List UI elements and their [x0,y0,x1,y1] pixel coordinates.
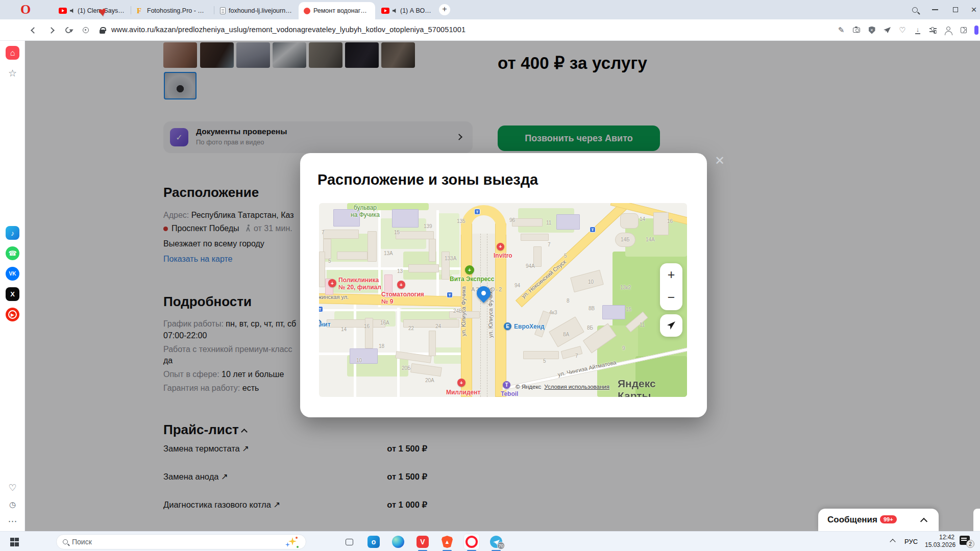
chevron-up-icon[interactable] [920,518,927,525]
sidebar-history-button[interactable]: ◷ [6,497,19,511]
street-label: ул. Юлиуса Фучика [460,286,467,336]
modal-close-button[interactable]: ✕ [713,154,726,167]
map-zoom-controls: + − [660,263,682,310]
poi-label: Invitro [494,252,512,259]
building-number: 4к3 [549,310,557,315]
sidebar-likes-button[interactable]: ♡ [6,481,19,494]
window-restore-button[interactable] [945,0,966,19]
window-search-button[interactable] [904,0,925,19]
taskbar-telegram[interactable]: 70 [488,534,504,550]
snapshot-button[interactable] [849,19,864,41]
yandex-map[interactable]: 71513913А133А13551396117594А94141614Б14А… [319,203,687,397]
taskbar-brave[interactable]: ▲ [439,534,455,550]
window-minimize-button[interactable] [925,0,945,19]
share-edit-button[interactable]: ✎ [834,19,849,41]
building-number: 18 [379,343,384,349]
taskbar: Поиск o V ▲ 70 РУС 12:42 15.03.2026 2 [0,531,980,551]
start-button[interactable] [6,534,22,550]
taskbar-opera[interactable] [463,534,480,550]
building-number: 8 [567,298,570,304]
telegram-badge: 70 [497,542,505,549]
zoom-in-button[interactable]: + [660,263,682,287]
taskbar-outlook[interactable]: o [365,534,382,550]
task-view-button[interactable] [341,534,357,550]
yandex-maps-logo[interactable]: Яндекс Карты [618,378,687,397]
vk-music-icon[interactable]: ♪ [6,226,19,240]
downloads-button[interactable]: ↓ [910,19,925,41]
messages-badge: 99+ [880,515,897,523]
poi-icon: + [328,279,336,287]
back-button[interactable] [27,19,41,41]
address-toolbar: www.avito.ru/kazan/predlozheniya_uslug/r… [0,19,980,41]
settings-tweaks-button[interactable] [925,19,941,41]
terms-link[interactable]: Условия использования [544,384,609,390]
vk-icon[interactable]: VK [6,267,19,281]
messages-widget[interactable]: Сообщения 99+ [818,509,939,531]
forward-button[interactable] [44,19,58,41]
geolocate-arrow-icon [667,321,675,330]
tab-audio-icon[interactable] [70,9,75,13]
building-number: 11 [546,220,551,226]
corner-widget[interactable] [973,509,980,531]
building-number: 14Б [621,237,630,242]
tab-title: Fotohosting.Pro - Фотохо [147,7,208,14]
building-number: 10 [356,358,362,363]
youtube-music-icon[interactable]: ▶ [6,308,19,321]
zoom-out-button[interactable]: − [660,286,682,309]
new-tab-button[interactable]: + [439,4,450,15]
geolocate-button[interactable] [660,314,682,337]
tab-fotohosting[interactable]: F Fotohosting.Pro - Фотохо [132,2,213,19]
avito-favicon-icon [304,8,310,14]
taskbar-search[interactable]: Поиск [56,534,306,549]
profile-button[interactable] [941,19,956,41]
tab-clem-says-nothing[interactable]: (1) Clem Says Nothing [54,2,130,19]
send-to-flow-button[interactable] [879,19,895,41]
site-security-button[interactable] [95,19,109,41]
poi-icon: + [397,281,405,289]
tab-title: foxhound-lj.livejournal.co [229,7,292,14]
sidebar-bookmarks-button[interactable]: ☆ [6,66,19,80]
taskbar-edge[interactable] [390,534,406,550]
tab-bar: O (1) Clem Says Nothing F Fotohosting.Pr… [0,0,980,19]
building-number: 15 [394,230,400,235]
attribution-text: © Яндекс [516,384,541,390]
tab-livejournal[interactable]: foxhound-lj.livejournal.co [215,2,298,19]
building-number: 8А [563,332,569,337]
whatsapp-icon[interactable]: ☎ [6,246,19,260]
tab-audio-icon[interactable] [393,9,397,13]
tab-youtube-plusov[interactable]: (1) А ВОТ И ПЛЮСОВ [376,2,436,19]
poi-icon: + [465,265,474,274]
sidebar-toggle-button[interactable] [969,19,980,41]
taskbar-vivaldi[interactable]: V [414,534,431,550]
building-number: 14А [646,237,655,242]
tab-title: Ремонт водонагревателе [313,7,370,14]
building-number: 16 [667,218,673,224]
sidebar-more-button[interactable]: ⋯ [6,514,19,528]
reload-button[interactable] [61,19,76,41]
x-twitter-icon[interactable]: X [6,287,19,301]
taskbar-chevron-up-icon[interactable] [890,539,895,544]
sidebar-start-page-button[interactable]: ⌂ [6,46,19,60]
forward-icon [48,27,55,34]
opera-icon [465,536,478,548]
url-field[interactable]: www.avito.ru/kazan/predlozheniya_uslug/r… [111,26,465,34]
opera-logo-icon[interactable]: O [19,4,32,17]
page-content: ✓ Документы проверены По фото прав и вид… [25,41,980,531]
cube-icon [961,27,967,33]
poi-icon: + [457,379,465,387]
outlook-icon: o [368,536,380,548]
transit-stop-icon: Т [590,227,596,233]
building-number: 133А [445,256,456,261]
tab-avito-active[interactable]: Ремонт водонагревателе [299,2,375,19]
window-close-button[interactable]: × [964,0,980,19]
tab-separator [131,6,131,14]
bookmark-button[interactable]: ♡ [895,19,910,41]
building-number: 135 [457,218,465,224]
reload-icon [64,26,73,35]
taskbar-clock[interactable]: 12:42 15.03.2026 [925,534,954,549]
adblock-button[interactable]: × [864,19,879,41]
building-number: 94А [526,263,535,269]
building-number: 13к2 [620,285,631,290]
language-indicator[interactable]: РУС [904,538,918,545]
site-pin-button[interactable] [79,19,93,41]
